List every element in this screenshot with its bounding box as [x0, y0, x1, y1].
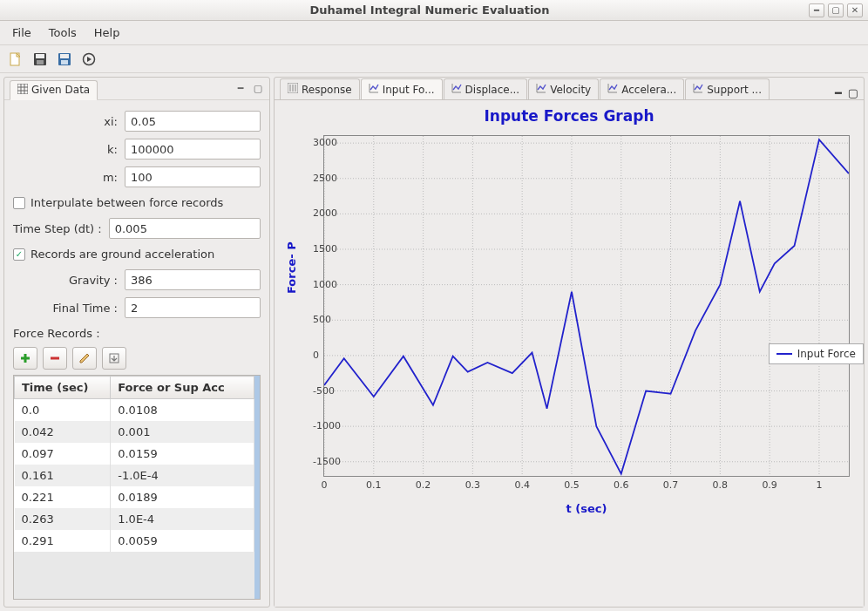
x-tick: 0.5 — [564, 476, 580, 491]
maximize-button[interactable]: ▢ — [828, 3, 844, 17]
m-input[interactable]: 100 — [125, 166, 261, 187]
final-time-label: Final Time : — [13, 302, 125, 315]
save-as-icon[interactable] — [54, 49, 75, 70]
panel-maximize-icon[interactable]: ▢ — [848, 86, 858, 99]
close-button[interactable]: ✕ — [847, 3, 863, 17]
tab-support[interactable]: Support ... — [685, 78, 770, 99]
tab-accelera[interactable]: Accelera... — [600, 78, 684, 99]
table-row[interactable]: 0.2210.0189 — [15, 486, 254, 508]
y-tick: 2000 — [313, 207, 318, 219]
tabs: ResponseInput Fo...Displace...VelocityAc… — [275, 78, 864, 100]
svg-rect-2 — [36, 54, 44, 58]
x-tick: 0.3 — [465, 476, 481, 491]
tab-label: Accelera... — [621, 84, 676, 96]
chart-icon — [451, 83, 462, 96]
xi-input[interactable]: 0.05 — [125, 111, 261, 132]
x-tick: 0.9 — [762, 476, 777, 491]
table-row[interactable]: 0.2631.0E-4 — [15, 508, 254, 530]
table-cell[interactable]: 0.161 — [15, 465, 111, 486]
edit-row-button[interactable] — [72, 347, 97, 370]
table-cell[interactable]: 0.0059 — [111, 530, 254, 552]
plot-area[interactable]: 00.10.20.30.40.50.60.70.80.91 — [323, 135, 850, 477]
table-row[interactable]: 0.0970.0159 — [15, 443, 254, 465]
menu-help[interactable]: Help — [87, 23, 127, 43]
table-header-force[interactable]: Force or Sup Acc — [111, 377, 254, 399]
new-file-icon[interactable] — [5, 49, 26, 70]
legend-label: Input Force — [797, 348, 856, 360]
panel-minimize-icon[interactable]: ━ — [835, 86, 842, 99]
x-tick: 0.4 — [514, 476, 530, 491]
y-tick: -1500 — [313, 455, 318, 466]
table-icon — [17, 84, 28, 97]
chart-legend: Input Force — [769, 343, 864, 364]
tab-label: Displace... — [465, 84, 520, 96]
dt-input[interactable]: 0.005 — [109, 218, 261, 239]
table-cell[interactable]: 0.0189 — [111, 486, 254, 508]
table-row[interactable]: 0.00.0108 — [15, 399, 254, 422]
x-tick: 0.6 — [614, 476, 629, 491]
tab-label: Input Fo... — [383, 84, 435, 96]
x-tick: 0.8 — [713, 476, 729, 491]
tab-displace[interactable]: Displace... — [444, 78, 528, 99]
table-cell[interactable]: 1.0E-4 — [111, 508, 254, 530]
tab-label: Response — [302, 84, 352, 96]
final-time-input[interactable]: 2 — [125, 297, 261, 318]
svg-rect-5 — [60, 54, 69, 58]
svg-rect-6 — [61, 60, 68, 64]
save-icon[interactable] — [30, 49, 51, 70]
tab-velocity[interactable]: Velocity — [528, 78, 599, 99]
y-tick: 3000 — [313, 137, 318, 148]
window-title: Duhamel Integral Numeric Evaluation — [51, 3, 809, 17]
menu-file[interactable]: File — [5, 23, 38, 43]
table-cell[interactable]: 0.221 — [15, 486, 111, 508]
table-cell[interactable]: 0.263 — [15, 508, 111, 530]
table-header-time[interactable]: Time (sec) — [15, 377, 111, 399]
minimize-button[interactable]: ━ — [809, 3, 824, 17]
y-tick: 0 — [313, 349, 318, 360]
add-row-button[interactable] — [13, 347, 37, 370]
y-tick: 1000 — [313, 278, 318, 289]
table-cell[interactable]: 0.001 — [111, 421, 254, 443]
x-axis-label: t (sec) — [323, 502, 850, 515]
gravity-input[interactable]: 386 — [125, 269, 261, 290]
k-input[interactable]: 100000 — [125, 139, 261, 160]
table-cell[interactable]: 0.042 — [15, 421, 111, 443]
x-tick: 0.2 — [416, 476, 431, 491]
chart-icon — [369, 83, 379, 96]
y-tick: 2500 — [313, 172, 318, 183]
x-tick: 0.7 — [663, 476, 679, 491]
table-cell[interactable]: 0.0108 — [111, 399, 254, 422]
menu-tools[interactable]: Tools — [42, 23, 84, 43]
chart-icon — [607, 83, 618, 96]
y-tick: -1000 — [313, 420, 318, 431]
ground-accel-checkbox[interactable]: ✓ — [13, 248, 25, 261]
x-tick: 0.1 — [366, 476, 382, 491]
panel-tab-given-data[interactable]: Given Data — [10, 80, 98, 100]
panel-minimize-icon[interactable]: ━ — [234, 83, 247, 95]
m-label: m: — [13, 171, 125, 184]
right-panel: ResponseInput Fo...Displace...VelocityAc… — [274, 77, 865, 608]
interpolate-checkbox[interactable] — [13, 197, 25, 209]
remove-row-button[interactable] — [43, 347, 67, 370]
panel-maximize-icon[interactable]: ▢ — [252, 83, 264, 95]
tab-response[interactable]: Response — [280, 78, 360, 99]
table-cell[interactable]: 0.0159 — [111, 443, 254, 465]
table-icon — [288, 83, 298, 96]
tab-inputfo[interactable]: Input Fo... — [361, 78, 443, 99]
import-button[interactable] — [102, 347, 126, 370]
interpolate-label: Interpulate between force records — [31, 196, 223, 209]
run-icon[interactable] — [78, 49, 99, 70]
titlebar: Duhamel Integral Numeric Evaluation ━ ▢ … — [0, 0, 868, 21]
left-panel: Given Data ━ ▢ xi: 0.05 k: 100000 m: 100… — [3, 77, 270, 608]
x-tick: 0 — [322, 476, 328, 491]
chart-area: Inpute Forces Graph Force- P 00.10.20.30… — [275, 100, 864, 607]
table-row[interactable]: 0.0420.001 — [15, 421, 254, 443]
table-row[interactable]: 0.2910.0059 — [15, 530, 254, 552]
table-row[interactable]: 0.161-1.0E-4 — [15, 465, 254, 486]
table-cell[interactable]: 0.097 — [15, 443, 111, 465]
table-cell[interactable]: 0.0 — [15, 399, 111, 422]
table-cell[interactable]: 0.291 — [15, 530, 111, 552]
force-records-table[interactable]: Time (sec) Force or Sup Acc 0.00.01080.0… — [13, 375, 261, 600]
table-cell[interactable]: -1.0E-4 — [111, 465, 254, 486]
k-label: k: — [13, 143, 125, 156]
